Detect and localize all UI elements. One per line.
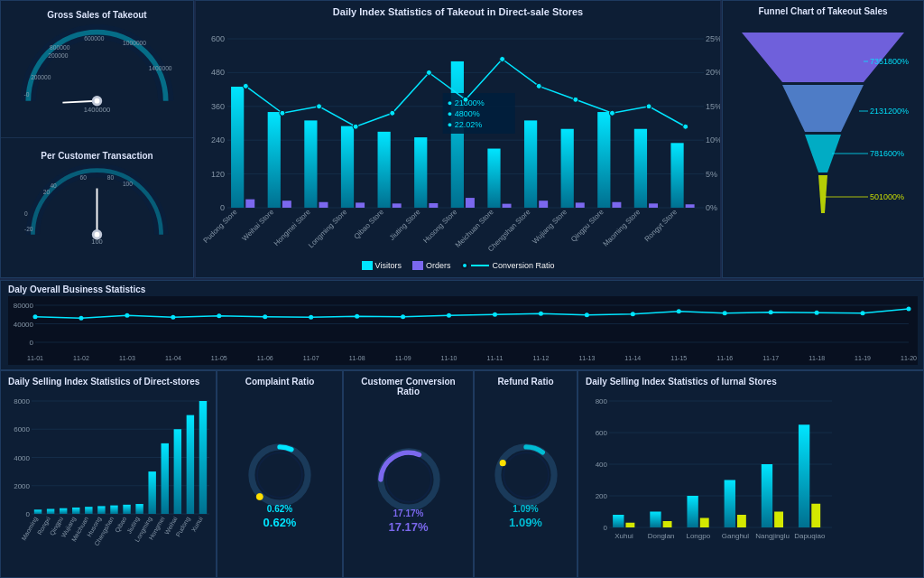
visitors-color: [362, 261, 373, 270]
complaint-ratio-title: Complaint Ratio: [217, 371, 342, 390]
lurnal-stores-title: Daily Selling Index Statistics of lurnal…: [578, 371, 923, 390]
svg-text:40: 40: [50, 182, 57, 188]
funnel-panel: Funnel Chart of Takeout Sales 7351800% 2…: [722, 0, 924, 278]
daily-overall-chart: [8, 296, 918, 365]
svg-text:-20: -20: [24, 225, 33, 231]
row1: Gross Sales of Takeout -0 2: [0, 0, 924, 280]
conversion-label: Conversion Ratio: [492, 261, 554, 270]
gauge-panels: Gross Sales of Takeout -0 2: [0, 0, 194, 278]
svg-text:100: 100: [91, 238, 103, 246]
svg-text:1400000: 1400000: [84, 106, 111, 114]
dashboard: Gross Sales of Takeout -0 2: [0, 0, 924, 578]
complaint-ratio-panel: Complaint Ratio 0.62% 0.62%: [217, 370, 343, 578]
conversion-line: [471, 265, 489, 266]
complaint-gauge: 0.62% 0.62%: [244, 390, 316, 577]
svg-text:781600%: 781600%: [870, 149, 904, 158]
selling-index-title: Daily Selling Index Statistics of Direct…: [1, 371, 216, 390]
orders-label: Orders: [426, 261, 451, 270]
svg-text:2131200%: 2131200%: [870, 107, 909, 116]
svg-text:200000: 200000: [48, 52, 69, 59]
daily-overall-panel: Daly Overall Business Statistics: [0, 280, 924, 370]
per-customer-title: Per Customer Transaction: [33, 145, 160, 164]
conversion-label: 17.17%: [388, 520, 428, 534]
funnel-chart: 7351800% 2131200% 781600% 501000%: [723, 20, 923, 262]
svg-text:100: 100: [123, 180, 133, 186]
svg-point-9: [95, 98, 100, 104]
selling-index-chart-area: [1, 390, 216, 577]
svg-line-7: [62, 101, 97, 103]
svg-text:1400000: 1400000: [149, 65, 172, 71]
refund-label: 1.09%: [509, 516, 542, 529]
conversion-gauge-svg: [373, 443, 445, 516]
svg-text:1000000: 1000000: [123, 40, 146, 46]
gross-sales-title: Gross Sales of Takeout: [40, 5, 153, 23]
daily-overall-chart-container: [8, 296, 916, 368]
daily-index-title: Daily Index Statistics of Takeout in Dir…: [196, 1, 720, 21]
svg-text:20: 20: [43, 189, 51, 195]
svg-point-20: [95, 231, 100, 237]
svg-text:60: 60: [80, 174, 88, 181]
svg-text:7351800%: 7351800%: [870, 57, 909, 66]
daily-overall-inner: Daly Overall Business Statistics: [1, 281, 923, 369]
svg-point-42: [504, 452, 549, 498]
svg-text:800000: 800000: [50, 44, 70, 51]
svg-text:200000: 200000: [31, 74, 51, 80]
legend-orders: Orders: [412, 261, 451, 270]
selling-index-chart: [5, 392, 214, 564]
svg-marker-25: [818, 175, 827, 213]
funnel-title: Funnel Chart of Takeout Sales: [723, 1, 923, 20]
svg-point-43: [499, 460, 505, 466]
complaint-value: 0.62%: [267, 504, 292, 514]
conversion-gauge: 17.17% 17.17%: [373, 400, 445, 577]
svg-text:501000%: 501000%: [870, 192, 904, 201]
row3: Daily Selling Index Statistics of Direct…: [0, 370, 924, 578]
gross-sales-gauge: -0 200000 600000 1000000 1400000 200000 …: [5, 23, 189, 114]
visitors-label: Visitors: [375, 261, 402, 270]
chart-legend: Visitors Orders Conversion Ratio: [196, 257, 720, 272]
per-customer-gauge: -20 20 60 100 0 40 80 100: [5, 164, 189, 246]
lurnal-stores-chart: [582, 392, 836, 564]
refund-gauge: 1.09% 1.09%: [490, 390, 562, 577]
svg-text:80: 80: [107, 174, 115, 181]
gross-sales-panel: Gross Sales of Takeout -0 2: [1, 1, 193, 138]
refund-ratio-panel: Refund Ratio 1.09% 1.09%: [474, 370, 578, 578]
complaint-label: 0.62%: [263, 516, 297, 529]
daily-overall-title: Daly Overall Business Statistics: [8, 284, 916, 294]
legend-conversion: Conversion Ratio: [461, 261, 554, 270]
lurnal-stores-panel: Daily Selling Index Statistics of lurnal…: [578, 370, 924, 578]
daily-index-chart: [196, 21, 722, 257]
conversion-ratio-panel: Customer Conversion Ratio 17.17% 17.17%: [343, 370, 474, 578]
svg-point-40: [497, 446, 553, 502]
conversion-value: 17.17%: [393, 508, 424, 518]
conversion-ratio-title: Customer Conversion Ratio: [344, 371, 473, 400]
svg-point-39: [386, 457, 431, 502]
refund-ratio-title: Refund Ratio: [475, 371, 577, 390]
per-customer-panel: Per Customer Transaction -20 20 60 100 0…: [1, 142, 193, 278]
conversion-dot: [461, 262, 468, 269]
svg-text:600000: 600000: [84, 35, 105, 42]
refund-value: 1.09%: [513, 504, 538, 514]
svg-point-37: [256, 493, 263, 499]
legend-visitors: Visitors: [362, 261, 402, 270]
refund-gauge-svg: [490, 439, 562, 511]
orders-color: [412, 261, 423, 270]
complaint-gauge-svg: [244, 439, 316, 511]
svg-marker-23: [782, 85, 864, 132]
svg-point-36: [257, 452, 302, 498]
selling-index-panel: Daily Selling Index Statistics of Direct…: [0, 370, 217, 578]
daily-index-panel: Daily Index Statistics of Takeout in Dir…: [194, 0, 722, 278]
funnel-svg: 7351800% 2131200% 781600% 501000%: [724, 23, 922, 258]
lurnal-stores-chart-area: [578, 390, 923, 577]
svg-text:-0: -0: [24, 91, 30, 98]
svg-text:0: 0: [24, 210, 28, 216]
